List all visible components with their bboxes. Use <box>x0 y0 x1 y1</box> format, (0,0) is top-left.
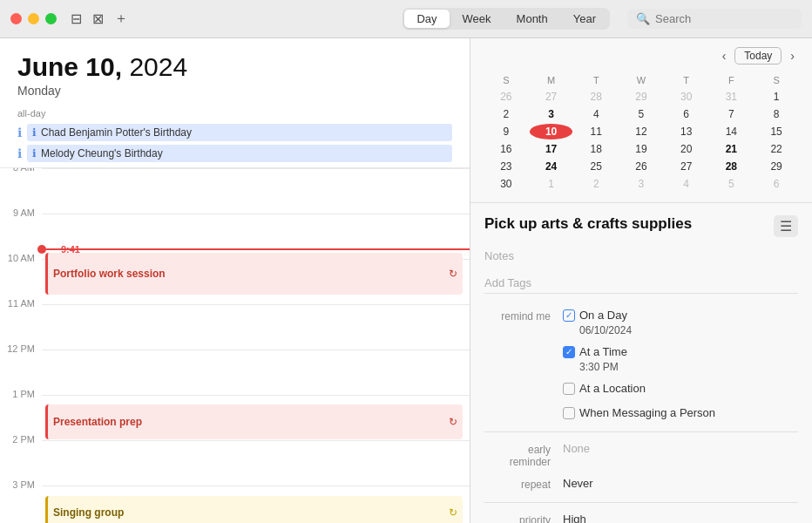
birthday-event-icon-2: ℹ <box>32 147 37 160</box>
cal-day[interactable]: 9 <box>484 124 528 139</box>
cal-day[interactable]: 21 <box>710 141 754 157</box>
cal-day[interactable]: 22 <box>754 141 798 157</box>
cal-day[interactable]: 8 <box>754 106 798 122</box>
at-a-time-label[interactable]: At a Time <box>579 345 627 358</box>
cal-week-3: 9 10 11 12 13 14 15 <box>484 124 798 139</box>
cal-day-today[interactable]: 10 <box>530 124 573 139</box>
sidebar-icon[interactable]: ⊟ <box>71 10 82 27</box>
when-messaging-row: When Messaging a Person <box>484 402 798 426</box>
cal-day[interactable]: 27 <box>530 89 573 105</box>
cal-day[interactable]: 28 <box>574 89 618 105</box>
cal-day[interactable]: 18 <box>574 141 618 157</box>
presentation-event-name: Presentation prep <box>53 416 142 428</box>
cal-day[interactable]: 1 <box>754 89 798 105</box>
event-singing[interactable]: Singing group ↻ <box>45 496 463 523</box>
cal-day[interactable]: 2 <box>574 176 618 192</box>
view-tabs: Day Week Month Year <box>403 8 610 30</box>
cal-day[interactable]: 26 <box>619 159 663 174</box>
when-messaging-checkbox[interactable] <box>563 407 575 419</box>
all-day-label: all-day <box>17 108 452 119</box>
on-a-day-label[interactable]: On a Day <box>579 309 627 322</box>
cal-day[interactable]: 13 <box>665 124 708 139</box>
cal-day[interactable]: 29 <box>754 159 798 174</box>
reminder-notes[interactable]: Notes <box>484 246 798 266</box>
cal-day[interactable]: 6 <box>665 106 708 122</box>
reminder-detail: Pick up arts & crafts supplies ☰ Notes A… <box>470 203 812 523</box>
cal-day[interactable]: 3 <box>530 106 573 122</box>
note-icon[interactable]: ☰ <box>774 215 798 237</box>
tab-day[interactable]: Day <box>404 10 449 28</box>
tab-week[interactable]: Week <box>450 10 504 28</box>
cal-day[interactable]: 5 <box>710 176 754 192</box>
singing-repeat-icon: ↻ <box>449 506 457 519</box>
tab-year[interactable]: Year <box>561 10 608 28</box>
cal-day[interactable]: 30 <box>665 89 708 105</box>
cal-day[interactable]: 16 <box>484 141 528 157</box>
reminder-tags[interactable]: Add Tags <box>484 273 798 294</box>
cal-day[interactable]: 28 <box>710 159 754 174</box>
cal-day[interactable]: 29 <box>619 89 663 105</box>
cal-week-4: 16 17 18 19 20 21 22 <box>484 141 798 157</box>
cal-day[interactable]: 1 <box>530 176 573 192</box>
cal-day[interactable]: 30 <box>484 176 528 192</box>
time-grid: 8 AM 9 AM 10 AM 11 AM 12 PM <box>0 168 470 523</box>
time-scroll[interactable]: 8 AM 9 AM 10 AM 11 AM 12 PM <box>0 168 470 523</box>
inbox-icon[interactable]: ⊠ <box>92 10 104 27</box>
search-icon: 🔍 <box>636 12 650 25</box>
cal-day[interactable]: 11 <box>574 124 618 139</box>
at-a-location-checkbox[interactable] <box>563 383 575 395</box>
cal-day[interactable]: 12 <box>619 124 663 139</box>
cal-day[interactable]: 4 <box>665 176 708 192</box>
window-controls <box>10 13 57 24</box>
priority-label: priority <box>484 513 563 523</box>
cal-day[interactable]: 31 <box>710 89 754 105</box>
minimize-button[interactable] <box>28 13 39 24</box>
close-button[interactable] <box>10 13 22 24</box>
day-header-w: W <box>619 73 663 87</box>
cal-day[interactable]: 25 <box>574 159 618 174</box>
time-slot-8am: 8 AM <box>0 168 470 214</box>
day-view: June 10, 2024 Monday all-day ℹ ℹ Chad Be… <box>0 38 470 523</box>
mini-calendar: ‹ Today › S M T W T F S <box>470 38 812 203</box>
cal-day[interactable]: 26 <box>484 89 528 105</box>
on-a-day-checkbox[interactable]: ✓ <box>563 309 575 322</box>
at-a-time-checkbox[interactable] <box>563 346 575 358</box>
current-time-label: 9:41 <box>42 244 80 255</box>
maximize-button[interactable] <box>45 13 57 24</box>
repeat-row: repeat Never <box>484 472 798 497</box>
cal-day[interactable]: 23 <box>484 159 528 174</box>
cal-day[interactable]: 3 <box>619 176 663 192</box>
today-button[interactable]: Today <box>734 47 782 65</box>
main-content: June 10, 2024 Monday all-day ℹ ℹ Chad Be… <box>0 38 812 523</box>
add-icon[interactable]: ＋ <box>114 10 128 28</box>
cal-day[interactable]: 15 <box>754 124 798 139</box>
cal-day[interactable]: 19 <box>619 141 663 157</box>
cal-day[interactable]: 27 <box>665 159 708 174</box>
all-day-event-2[interactable]: ℹ ℹ Melody Cheung's Birthday <box>17 143 452 164</box>
cal-day[interactable]: 4 <box>574 106 618 122</box>
early-reminder-value[interactable]: None <box>563 442 798 455</box>
repeat-value[interactable]: Never <box>563 477 798 490</box>
cal-day[interactable]: 6 <box>754 176 798 192</box>
cal-day[interactable]: 17 <box>530 141 573 157</box>
event-portfolio[interactable]: Portfolio work session ↻ <box>45 253 463 295</box>
when-messaging-label[interactable]: When Messaging a Person <box>579 406 715 419</box>
tab-month[interactable]: Month <box>504 10 560 28</box>
cal-day[interactable]: 14 <box>710 124 754 139</box>
search-input[interactable] <box>655 12 793 25</box>
cal-day[interactable]: 2 <box>484 106 528 122</box>
prev-month-button[interactable]: ‹ <box>717 47 732 65</box>
priority-value[interactable]: High <box>563 513 798 523</box>
time-slot-12pm: 12 PM <box>0 350 470 395</box>
mini-cal-nav: ‹ Today › <box>717 47 800 65</box>
cal-day[interactable]: 7 <box>710 106 754 122</box>
next-month-button[interactable]: › <box>785 47 800 65</box>
at-a-location-label[interactable]: At a Location <box>579 382 646 395</box>
cal-day[interactable]: 20 <box>665 141 708 157</box>
event-presentation[interactable]: Presentation prep ↻ <box>45 404 463 439</box>
cal-day[interactable]: 24 <box>530 159 573 174</box>
at-a-time-checkbox-row: At a Time <box>563 345 798 358</box>
all-day-event-1[interactable]: ℹ ℹ Chad Benjamin Potter's Birthday <box>17 122 452 143</box>
cal-day[interactable]: 5 <box>619 106 663 122</box>
portfolio-repeat-icon: ↻ <box>449 268 457 280</box>
